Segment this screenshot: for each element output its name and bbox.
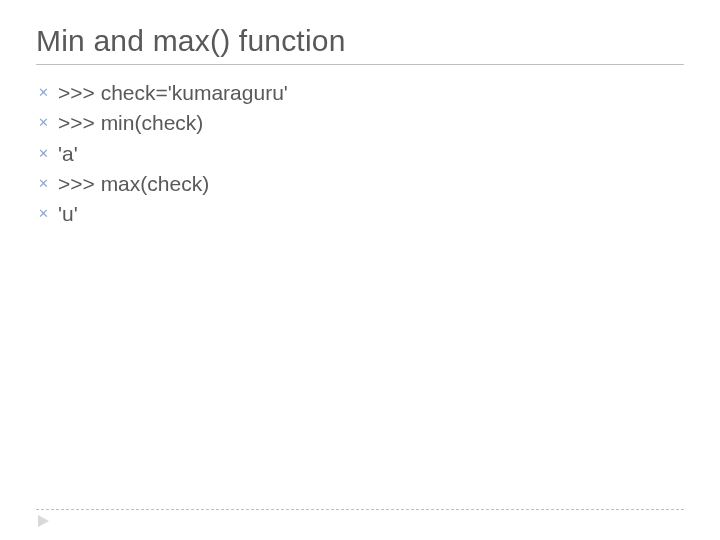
list-item: ✕ >>> min(check) — [38, 109, 684, 137]
play-icon — [36, 514, 50, 528]
svg-marker-0 — [38, 515, 49, 527]
list-item-text: >>> check='kumaraguru' — [58, 79, 288, 107]
footer-divider — [36, 509, 684, 510]
list-item-text: >>> max(check) — [58, 170, 209, 198]
list-item: ✕ >>> max(check) — [38, 170, 684, 198]
bullet-icon: ✕ — [38, 79, 58, 102]
bullet-icon: ✕ — [38, 109, 58, 132]
bullet-icon: ✕ — [38, 170, 58, 193]
bullet-list: ✕ >>> check='kumaraguru' ✕ >>> min(check… — [36, 79, 684, 229]
list-item-text: >>> min(check) — [58, 109, 203, 137]
list-item: ✕ 'a' — [38, 140, 684, 168]
bullet-icon: ✕ — [38, 200, 58, 223]
list-item: ✕ >>> check='kumaraguru' — [38, 79, 684, 107]
list-item: ✕ 'u' — [38, 200, 684, 228]
slide: Min and max() function ✕ >>> check='kuma… — [0, 0, 720, 540]
list-item-text: 'a' — [58, 140, 78, 168]
bullet-icon: ✕ — [38, 140, 58, 163]
list-item-text: 'u' — [58, 200, 78, 228]
slide-title: Min and max() function — [36, 24, 684, 65]
